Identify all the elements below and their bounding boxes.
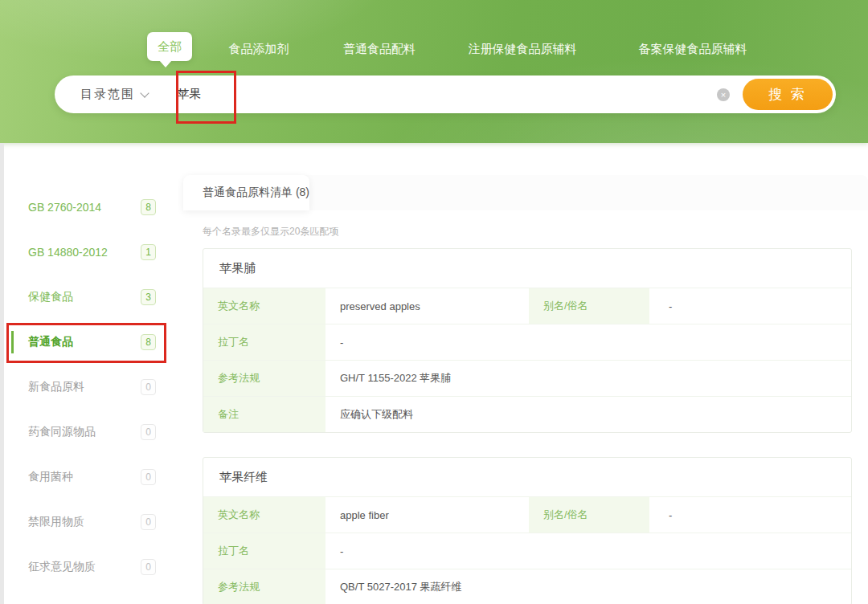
result-card: 苹果纤维 英文名称 apple fiber 别名/俗名 - 拉丁名 - 参考法规… [203, 457, 852, 604]
sidebar: GB 2760-2014 8 GB 14880-2012 1 保健食品 3 普通… [8, 185, 169, 590]
sidebar-item-health-food[interactable]: 保健食品 3 [8, 275, 169, 320]
count-badge: 1 [141, 244, 156, 260]
tab-all[interactable]: 全部 [147, 32, 192, 61]
sidebar-item-medicine-food-homology[interactable]: 药食同源物品 0 [8, 410, 169, 455]
count-badge: 0 [141, 559, 156, 575]
table-row: 拉丁名 - [203, 533, 851, 569]
sidebar-item-consultation-substances[interactable]: 征求意见物质 0 [8, 545, 169, 590]
tab-common-food-material-list[interactable]: 普通食品原料清单 (8) [183, 175, 309, 210]
search-bar: 目录范围 × 搜 索 [55, 76, 836, 113]
field-value: preserved apples [326, 288, 529, 324]
field-label: 备注 [203, 397, 326, 432]
sidebar-item-prohibited-substances[interactable]: 禁限用物质 0 [8, 500, 169, 545]
sidebar-item-label: 新食品原料 [28, 380, 141, 394]
count-badge: 3 [141, 289, 156, 305]
sidebar-item-common-food[interactable]: 普通食品 8 [8, 320, 169, 365]
sidebar-item-new-food-materials[interactable]: 新食品原料 0 [8, 365, 169, 410]
table-row: 备注 应确认下级配料 [203, 396, 851, 432]
sidebar-item-label: 禁限用物质 [28, 515, 141, 529]
tab-registered-health-food-materials[interactable]: 注册保健食品原辅料 [469, 42, 577, 57]
search-button[interactable]: 搜 索 [743, 79, 833, 110]
page-left-edge [0, 143, 4, 604]
chevron-down-icon [140, 88, 149, 97]
sidebar-item-label: 保健食品 [28, 290, 141, 304]
scope-dropdown-label: 目录范围 [80, 87, 135, 102]
table-row: 拉丁名 - [203, 324, 851, 360]
header: 全部 食品添加剂 普通食品配料 注册保健食品原辅料 备案保健食品原辅料 目录范围… [0, 0, 868, 143]
count-badge: 8 [141, 334, 156, 350]
field-label: 参考法规 [203, 569, 326, 604]
search-input[interactable] [177, 88, 717, 101]
sidebar-item-edible-fungi[interactable]: 食用菌种 0 [8, 455, 169, 500]
table-row: 英文名称 preserved apples 别名/俗名 - [203, 288, 851, 324]
field-label: 拉丁名 [203, 533, 326, 569]
result-limit-note: 每个名录最多仅显示20条匹配项 [203, 225, 868, 239]
result-card-title: 苹果纤维 [203, 458, 851, 496]
page: 全部 食品添加剂 普通食品配料 注册保健食品原辅料 备案保健食品原辅料 目录范围… [0, 0, 868, 604]
count-badge: 0 [141, 379, 156, 395]
field-label: 英文名称 [203, 288, 326, 324]
field-label: 别名/俗名 [529, 288, 649, 324]
table-row: 参考法规 QB/T 5027-2017 果蔬纤维 [203, 569, 851, 604]
table-row: 参考法规 GH/T 1155-2022 苹果脯 [203, 360, 851, 396]
tab-common-food-ingredients[interactable]: 普通食品配料 [343, 42, 416, 57]
count-badge: 0 [141, 424, 156, 440]
tab-food-additives[interactable]: 食品添加剂 [229, 42, 289, 57]
sidebar-item-gb14880[interactable]: GB 14880-2012 1 [8, 230, 169, 275]
count-badge: 0 [141, 469, 156, 485]
field-value: - [326, 324, 851, 360]
field-value: apple fiber [326, 497, 529, 533]
scope-dropdown[interactable]: 目录范围 [55, 87, 148, 102]
main-content: 普通食品原料清单 (8) 每个名录最多仅显示20条匹配项 苹果脯 英文名称 pr… [183, 175, 868, 604]
sidebar-item-label: GB 2760-2014 [28, 201, 141, 214]
field-value: - [649, 288, 851, 324]
field-value: GH/T 1155-2022 苹果脯 [326, 361, 851, 396]
field-label: 别名/俗名 [529, 497, 649, 533]
field-value: 应确认下级配料 [326, 397, 851, 432]
sidebar-item-gb2760[interactable]: GB 2760-2014 8 [8, 185, 169, 230]
sidebar-item-label: 普通食品 [28, 335, 141, 349]
clear-search-icon[interactable]: × [717, 88, 730, 101]
result-card: 苹果脯 英文名称 preserved apples 别名/俗名 - 拉丁名 - … [203, 248, 852, 433]
sidebar-item-label: 食用菌种 [28, 470, 141, 484]
count-badge: 0 [141, 514, 156, 530]
field-value: QB/T 5027-2017 果蔬纤维 [326, 569, 851, 604]
result-tabstrip: 普通食品原料清单 (8) [183, 175, 868, 210]
field-label: 拉丁名 [203, 324, 326, 360]
sidebar-item-label: 征求意见物质 [28, 560, 141, 574]
table-row: 英文名称 apple fiber 别名/俗名 - [203, 496, 851, 533]
field-label: 英文名称 [203, 497, 326, 533]
sidebar-item-label: 药食同源物品 [28, 425, 141, 439]
count-badge: 8 [141, 199, 156, 215]
field-value: - [326, 533, 851, 569]
tab-filed-health-food-materials[interactable]: 备案保健食品原辅料 [639, 42, 747, 57]
field-label: 参考法规 [203, 361, 326, 396]
sidebar-item-label: GB 14880-2012 [28, 246, 141, 259]
field-value: - [649, 497, 851, 533]
result-card-title: 苹果脯 [203, 249, 851, 288]
